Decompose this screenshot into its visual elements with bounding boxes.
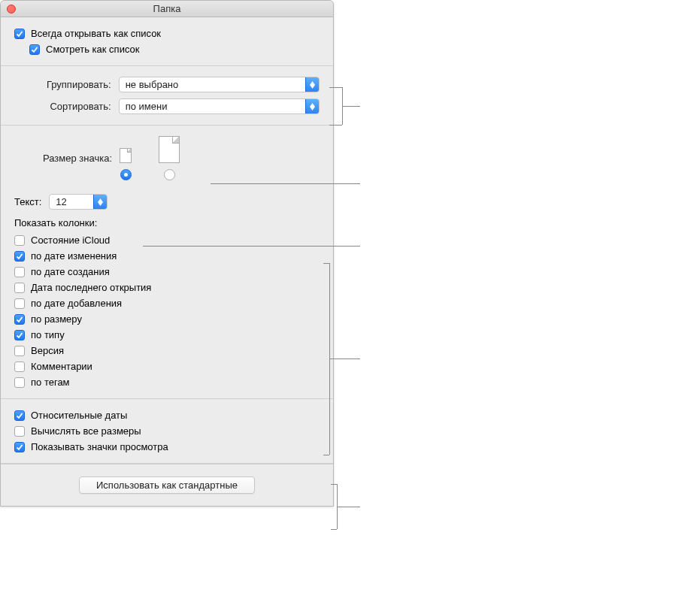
opt-show-preview-icons-checkbox[interactable] [14,442,25,452]
document-large-icon [159,136,180,163]
always-open-as-list-row: Всегда открывать как список [14,28,320,39]
column-comments-checkbox[interactable] [14,362,25,372]
text-size-label: Текст: [14,196,49,207]
window-close-button[interactable] [7,5,16,14]
column-size-label: по размеру [31,313,82,325]
group-by-select[interactable]: не выбрано [119,77,320,92]
column-tags-row: по тегам [14,377,320,388]
titlebar[interactable]: Папка [1,1,333,17]
column-date-created-label: по дате создания [31,266,110,277]
column-date-created-row: по дате создания [14,266,320,277]
sort-by-value: по имени [120,101,305,112]
column-version-row: Версия [14,345,320,356]
section-top: Всегда открывать как список Смотреть как… [1,17,333,66]
column-tags-checkbox[interactable] [14,377,25,388]
document-small-icon [120,148,132,163]
opt-calculate-all-sizes-label: Вычислять все размеры [31,425,141,437]
opt-calculate-all-sizes-row: Вычислять все размеры [14,425,320,437]
columns-list: Состояние iCloudпо дате измененияпо дате… [14,234,320,388]
column-comments-row: Комментарии [14,361,320,372]
footer: Использовать как стандартные [1,464,333,506]
column-date-last-opened-label: Дата последнего открытия [31,282,151,293]
icon-size-label: Размер значка: [14,136,120,164]
svg-marker-3 [310,107,315,110]
column-comments-label: Комментарии [31,361,92,372]
view-as-list-checkbox[interactable] [29,44,40,55]
opt-relative-dates-checkbox[interactable] [14,410,25,421]
column-date-last-opened-checkbox[interactable] [14,283,25,293]
column-size-row: по размеру [14,313,320,325]
text-size-select[interactable]: 12 [49,194,108,210]
section-options: Относительные датыВычислять все размерыП… [1,399,333,464]
column-size-checkbox[interactable] [14,314,25,325]
icon-size-small-radio[interactable] [120,169,132,180]
column-date-modified-row: по дате изменения [14,250,320,262]
sort-by-label: Сортировать: [14,101,119,112]
view-as-list-row: Смотреть как список [29,44,320,55]
column-tags-label: по тегам [31,377,70,388]
column-date-added-row: по дате добавления [14,298,320,309]
column-icloud-status-checkbox[interactable] [14,235,25,246]
opt-show-preview-icons-label: Показывать значки просмотра [31,441,168,452]
column-kind-row: по типу [14,329,320,340]
section-grouping: Группировать: не выбрано Сортировать: по… [1,66,333,126]
chevron-updown-icon [93,195,107,209]
opt-relative-dates-row: Относительные даты [14,410,320,421]
options-list: Относительные датыВычислять все размерыП… [14,410,320,452]
window-title: Папка [153,3,181,14]
column-kind-label: по типу [31,329,65,340]
group-by-label: Группировать: [14,79,119,90]
section-body: Размер значка: Текст: 12 [1,126,333,399]
folder-options-window: Папка Всегда открывать как список Смотре… [0,0,334,507]
view-as-list-label: Смотреть как список [46,44,139,55]
opt-relative-dates-label: Относительные даты [31,410,127,421]
column-date-added-checkbox[interactable] [14,298,25,309]
column-icloud-status-label: Состояние iCloud [31,234,110,246]
always-open-as-list-label: Всегда открывать как список [31,28,161,39]
opt-show-preview-icons-row: Показывать значки просмотра [14,441,320,452]
chevron-updown-icon [305,99,319,113]
column-kind-checkbox[interactable] [14,330,25,340]
column-date-modified-checkbox[interactable] [14,251,25,262]
sort-by-select[interactable]: по имени [119,98,320,114]
column-date-modified-label: по дате изменения [31,250,117,262]
opt-calculate-all-sizes-checkbox[interactable] [14,426,25,437]
column-date-added-label: по дате добавления [31,298,122,309]
group-by-value: не выбрано [120,79,305,90]
svg-marker-5 [98,202,103,206]
column-icloud-status-row: Состояние iCloud [14,234,320,246]
chevron-updown-icon [305,77,319,92]
show-columns-label: Показать колонки: [14,217,320,228]
column-date-last-opened-row: Дата последнего открытия [14,282,320,293]
icon-size-large-radio[interactable] [164,169,175,180]
column-version-checkbox[interactable] [14,346,25,356]
text-size-value: 12 [50,196,93,207]
column-version-label: Версия [31,345,64,356]
always-open-as-list-checkbox[interactable] [14,29,25,39]
column-date-created-checkbox[interactable] [14,267,25,277]
svg-marker-1 [310,85,315,89]
use-as-defaults-button[interactable]: Использовать как стандартные [79,476,255,494]
